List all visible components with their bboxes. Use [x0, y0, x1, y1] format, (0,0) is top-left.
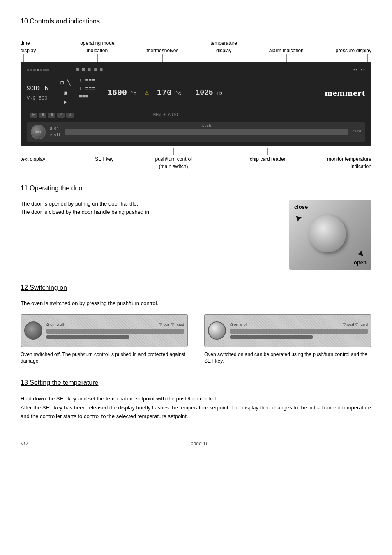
label-monitor-temp: monitor temperatureindication: [327, 148, 371, 170]
footer-left: VO: [21, 440, 28, 447]
time-display-value: 930 h V·0 500: [27, 83, 48, 102]
label-text-display: text display: [21, 148, 45, 170]
switch-on-labels: Ω on⌀ off ▽ push▽ card: [230, 322, 368, 328]
push-bar-container: push: [65, 129, 348, 135]
switch-on-caption: Oven switched on and can be operated usi…: [204, 351, 371, 365]
control-panel: ⊟ ⊟ ≡ ≡ ≡ ▪▪ ▪▪ 930 h V·0 500 ⊟ ╲ ▣: [21, 62, 371, 146]
auto-label: MEN + AUTO: [153, 112, 178, 118]
section-12: 12 Switching on The oven is switched on …: [21, 283, 371, 365]
label-operating-mode: operating modeindication: [80, 39, 114, 62]
door-handle-cylinder: [309, 215, 346, 252]
pressure-unit: mb: [216, 90, 222, 96]
label-set-key: SET key: [95, 148, 113, 170]
on-off-labels: Ω on ⌀ off: [50, 126, 61, 138]
shelf-level-icons: ↑ ≡≡≡ ↓ ≡≡≡ ≡≡≡ ≡≡≡: [79, 76, 95, 109]
temp-setpoint-display: 1600 °c: [107, 87, 136, 99]
temp-actual-display: 170 °c: [157, 87, 181, 99]
time-unit: h: [44, 86, 48, 92]
panel-middle-row: ▶ ⏹ ⏺ P S MEN + AUTO: [27, 112, 365, 118]
controls-diagram: timedisplay operating modeindication the…: [21, 33, 371, 170]
switch-on-block: Ω on⌀ off ▽ push▽ card Oven switched on …: [204, 314, 371, 365]
card-label: card: [352, 129, 361, 135]
panel-control-row: set Ω on ⌀ off push card: [27, 122, 365, 142]
section-13: 13 Setting the temperature Hold down the…: [21, 378, 371, 421]
time-digits: 930: [27, 84, 40, 92]
label-alarm-indication: alarm indication: [269, 47, 304, 62]
switching-images: Ω on⌀ off ▽ push▽ card Oven switched off…: [21, 314, 371, 365]
label-push-turn: push/turn control(main switch): [155, 148, 191, 170]
switch-on-bar2: [230, 335, 313, 339]
switch-on-bar-area: Ω on⌀ off ▽ push▽ card: [230, 322, 368, 339]
switch-off-bar: [46, 329, 184, 334]
switch-off-panel: Ω on⌀ off ▽ push▽ card: [21, 314, 188, 347]
bottom-labels: text display SET key push/turn control(m…: [21, 148, 371, 170]
switch-off-knob[interactable]: [24, 321, 42, 340]
push-bar[interactable]: [65, 129, 348, 135]
label-time-display: timedisplay: [21, 39, 36, 62]
switch-off-caption: Oven switched off. The push/turn control…: [21, 351, 188, 365]
section-11: 11 Operating the door The door is opened…: [21, 183, 371, 270]
status-dots: [27, 69, 49, 71]
switch-off-bar2: [46, 335, 129, 339]
door-text: The door is opened by pulling on the doo…: [21, 200, 281, 216]
panel-top-row: ⊟ ⊟ ≡ ≡ ≡ ▪▪ ▪▪: [27, 66, 365, 74]
section-10-heading: 10 Controls and indications: [21, 16, 371, 26]
section-10: 10 Controls and indications timedisplay …: [21, 16, 371, 170]
section-11-content: The door is opened by pulling on the doo…: [21, 200, 371, 270]
label-thermoshelves: thermoshelves: [146, 47, 178, 62]
footer-center: page 16: [191, 440, 208, 447]
door-diagram: ➤ ➤ close open: [289, 200, 371, 270]
open-label: open: [354, 259, 367, 267]
switch-off-block: Ω on⌀ off ▽ push▽ card Oven switched off…: [21, 314, 188, 365]
label-pressure-display: pressure display: [336, 47, 371, 62]
small-icon-set: ▶ ⏹ ⏺ P S: [30, 113, 74, 118]
pressure-display-value: 1025 mb: [195, 87, 222, 98]
label-temperature-display: temperaturedisplay: [210, 39, 237, 62]
section-13-heading: 13 Setting the temperature: [21, 378, 371, 388]
section-13-body: Hold down the SET key and set the temper…: [21, 394, 371, 421]
switch-off-labels: Ω on⌀ off ▽ push▽ card: [46, 322, 184, 328]
temp-set-unit: °c: [130, 90, 137, 97]
switch-off-bar-area: Ω on⌀ off ▽ push▽ card: [46, 322, 184, 339]
door-body1: The door is opened by pulling on the doo…: [21, 200, 281, 208]
memmert-logo: memmert: [325, 86, 365, 99]
mode-icons: ⊟ ╲ ▣ ▶: [60, 79, 71, 106]
switch-on-bar: [230, 329, 368, 334]
close-label: close: [294, 203, 308, 211]
section-12-heading: 12 Switching on: [21, 283, 371, 293]
time-sub: V·0 500: [27, 95, 48, 102]
panel-status-right: ▪▪ ▪▪: [353, 67, 365, 73]
switch-on-knob[interactable]: [208, 321, 226, 340]
section-12-intro: The oven is switched on by pressing the …: [21, 299, 371, 308]
switch-on-panel: Ω on⌀ off ▽ push▽ card: [204, 314, 371, 347]
panel-main-display: 930 h V·0 500 ⊟ ╲ ▣ ▶ ↑ ≡≡≡ ↓ ≡≡≡ ≡≡≡ ≡≡…: [27, 76, 365, 109]
panel-shelf-icons: ⊟ ⊟ ≡ ≡ ≡: [76, 66, 103, 74]
alarm-icon: ⚠: [145, 88, 149, 98]
top-labels: timedisplay operating modeindication the…: [21, 33, 371, 62]
section-11-heading: 11 Operating the door: [21, 183, 371, 193]
label-chip-card: chip card reader: [250, 148, 286, 170]
knob-label: set: [35, 130, 41, 134]
door-body2: The door is closed by the door handle be…: [21, 208, 281, 216]
temp-actual-unit: °c: [175, 90, 182, 97]
footer: VO page 16: [21, 437, 371, 447]
push-turn-knob[interactable]: set: [31, 125, 46, 139]
